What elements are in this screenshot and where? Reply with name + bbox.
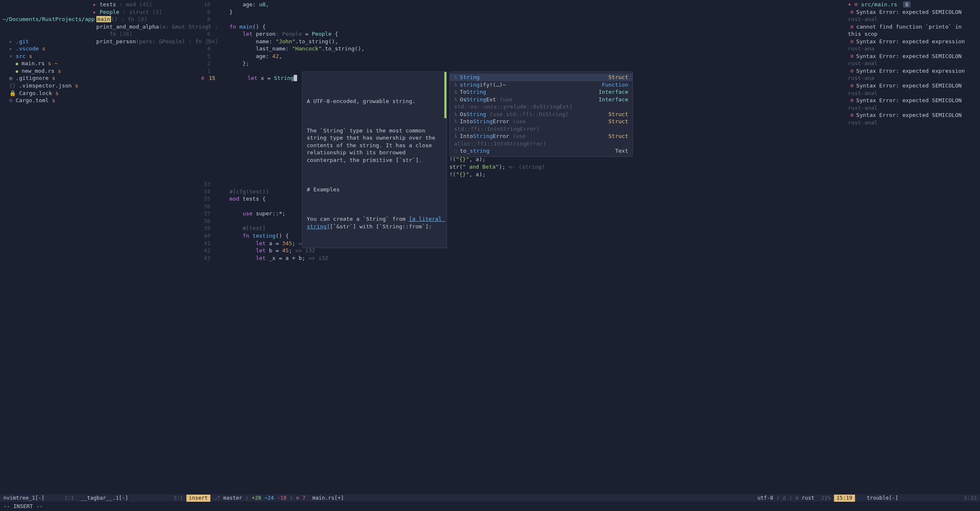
file-item[interactable]: ● main.rs s ~	[3, 60, 88, 67]
code-line[interactable]: 4 last_name: "Hancock".to_string(),	[201, 45, 845, 53]
code-line[interactable]: 41 let a = 345; => i32	[201, 240, 845, 247]
code-line[interactable]: 42 let b = 45; => i32	[201, 247, 845, 254]
code-line[interactable]: 6 let person: People = People {	[201, 30, 845, 38]
file-tree[interactable]: ~/Documents/RustProjects/app ▸ ▸ .git ▸ …	[0, 0, 90, 494]
status-filename: main.rs[+]	[309, 495, 347, 502]
completion-item[interactable]: λIntoStringError (use std::ffi::IntoStri…	[450, 118, 632, 132]
scrollbar[interactable]	[444, 72, 446, 118]
code-line[interactable]: 34 #[cfg(test)]	[201, 188, 845, 196]
outline-item[interactable]: ▸ tests : mod [45]	[93, 1, 195, 8]
folder-item[interactable]: ▸ .git	[3, 38, 88, 45]
mode-line: -- INSERT --	[0, 502, 980, 511]
code-line[interactable]: 36	[201, 203, 845, 210]
code-line[interactable]: 7 fn main() {	[201, 23, 845, 31]
diagnostics-file-header: ▾ ⊘ src/main.rs 8	[848, 1, 977, 8]
code-line[interactable]: 2 };	[201, 60, 845, 67]
code-editor[interactable]: 10 age: u8,9 }87 fn main() {6 let person…	[198, 0, 845, 494]
status-nvimtree: nvimtree_1[-]	[0, 495, 48, 502]
outline-item[interactable]: fn [38]	[93, 30, 195, 38]
outline-item[interactable]: print_person(pers: &People) : fn [34]	[93, 38, 195, 45]
diagnostic-item[interactable]: ⊘Syntax Error: expected SEMICOLON rust-a…	[848, 8, 977, 23]
code-line[interactable]: 43 let _x = a + b; => i32	[201, 254, 845, 262]
diagnostic-item[interactable]: ⊘Syntax Error: expected SEMICOLON rust-a…	[848, 82, 977, 97]
code-line[interactable]: str(" and Beta"); <- (string)	[449, 163, 845, 171]
code-line[interactable]: 10 age: u8,	[201, 1, 845, 8]
completion-item[interactable]: λIntoStringError (use alloc::ffi::IntoSt…	[450, 132, 632, 147]
cursor-position: 15:19	[834, 495, 855, 502]
completion-item[interactable]: λOsString (use std::ffi::OsString)Struct	[450, 111, 632, 118]
diagnostic-item[interactable]: ⊘cannot find function `printo` in this s…	[848, 23, 977, 38]
mode-indicator: insert	[186, 495, 210, 502]
diagnostic-item[interactable]: ⊘Syntax Error: expected SEMICOLON rust-a…	[848, 111, 977, 126]
diagnostic-item[interactable]: ⊘Syntax Error: expected expression rust-…	[848, 38, 977, 53]
completion-item[interactable]: ☐to_stringText	[450, 147, 632, 155]
file-item[interactable]: ● new_mod.rs s	[3, 67, 88, 75]
code-line[interactable]: 35 mod tests {	[201, 195, 845, 203]
file-item[interactable]: {} .vimspector.json s	[3, 82, 88, 90]
code-line[interactable]: 37 use super::*;	[201, 210, 845, 217]
folder-item[interactable]: ▾ src s	[3, 53, 88, 60]
file-tree-root: ~/Documents/RustProjects/app ▸	[3, 16, 88, 23]
diagnostic-item[interactable]: ⊘Syntax Error: expected SEMICOLON rust-a…	[848, 97, 977, 111]
status-trouble: trouble[-]	[863, 495, 902, 502]
diagnostic-item[interactable]: ⊘Syntax Error: expected expression rust-…	[848, 67, 977, 82]
completion-item[interactable]: λToStringInterface	[450, 88, 632, 96]
code-line[interactable]: 33	[201, 180, 845, 188]
file-item[interactable]: 🔒 Cargo.lock s	[3, 90, 88, 97]
completion-item[interactable]: λstringify!(…)~Function	[450, 81, 632, 89]
outline-item[interactable]: ▸ People : struct [2]	[93, 8, 195, 16]
diagnostics-panel[interactable]: ▾ ⊘ src/main.rs 8 ⊘Syntax Error: expecte…	[845, 0, 980, 494]
file-item[interactable]: ▣ .gitignore s	[3, 74, 88, 82]
code-line[interactable]: 40 fn testing() {	[201, 232, 845, 240]
code-line[interactable]: !("{}", a);	[449, 156, 845, 163]
completion-popup[interactable]: λStringStructλstringify!(…)~FunctionλToS…	[449, 71, 633, 157]
diagnostic-item[interactable]: ⊘Syntax Error: expected SEMICOLON rust-a…	[848, 53, 977, 67]
outline-item[interactable]: print_and_mod_alpha(a: &mut String) :	[93, 23, 195, 31]
completion-item[interactable]: λStringStruct	[450, 74, 632, 81]
code-line[interactable]: 8	[201, 16, 845, 23]
code-line[interactable]: 38	[201, 217, 845, 225]
status-tagbar: __tagbar__.1[-]	[77, 495, 132, 502]
outline-item[interactable]: main() : fn [8]	[93, 16, 195, 23]
folder-item[interactable]: ▸ .vscode s	[3, 45, 88, 53]
code-line[interactable]: 39 #[test]	[201, 225, 845, 232]
status-bar: nvimtree_1[-] 1:1 __tagbar__.1[-] 3:1 in…	[0, 494, 980, 502]
code-line[interactable]: !("{}", a);	[449, 171, 845, 178]
tagbar[interactable]: ▸ tests : mod [45]▸ People : struct [2] …	[90, 0, 198, 494]
code-line[interactable]: 5 name: "John".to_string(),	[201, 38, 845, 45]
code-line[interactable]: 3 age: 42,	[201, 53, 845, 60]
file-item[interactable]: ⚙ Cargo.toml s	[3, 97, 88, 104]
code-line[interactable]: 9 }	[201, 8, 845, 16]
documentation-popup: A UTF-8-encoded, growable string. The `S…	[302, 71, 447, 248]
completion-item[interactable]: λOsStringExt (use std::os::unix::prelude…	[450, 96, 632, 111]
